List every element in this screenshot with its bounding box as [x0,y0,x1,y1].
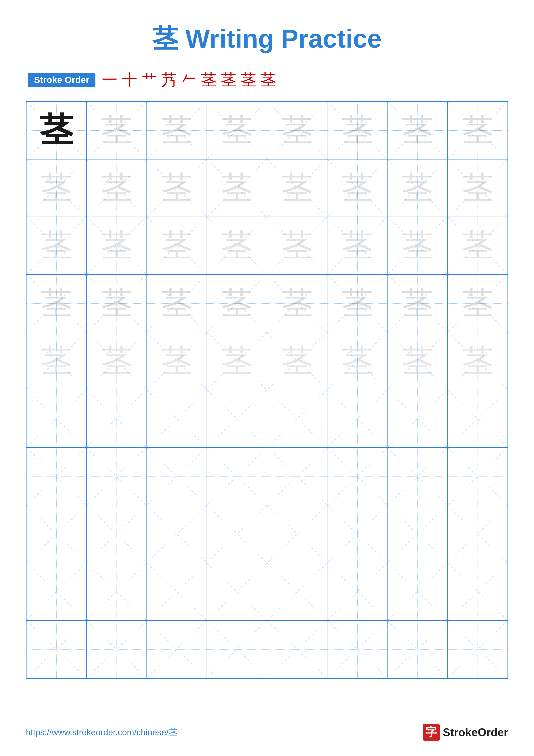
svg-line-98 [87,448,146,505]
grid-cell-r1-c4[interactable]: 茎 [267,159,327,217]
grid-cell-r0-c1[interactable]: 茎 [87,101,146,159]
grid-cell-r5-c2[interactable] [147,390,207,447]
svg-line-157 [388,621,447,678]
grid-cell-r2-c7[interactable]: 茎 [447,217,508,275]
grid-cell-r1-c7[interactable]: 茎 [447,159,508,217]
grid-cell-r9-c3[interactable] [207,620,267,678]
grid-cell-r4-c4[interactable]: 茎 [267,332,327,390]
grid-cell-r8-c1[interactable] [87,563,146,621]
grid-cell-r1-c5[interactable]: 茎 [327,159,387,217]
grid-cell-r3-c1[interactable]: 茎 [87,275,146,332]
grid-cell-r0-c4[interactable]: 茎 [267,101,327,159]
grid-cell-r8-c0[interactable] [26,563,87,621]
practice-char: 茎 [462,109,493,151]
grid-cell-r4-c1[interactable]: 茎 [87,332,146,390]
grid-cell-r9-c7[interactable] [447,620,508,678]
grid-cell-r4-c2[interactable]: 茎 [147,332,207,390]
grid-cell-r0-c2[interactable]: 茎 [147,101,207,159]
svg-line-145 [27,621,86,678]
grid-cell-r7-c5[interactable] [327,505,387,563]
grid-cell-r8-c5[interactable] [327,563,387,621]
grid-cell-r8-c7[interactable] [447,563,508,621]
grid-cell-r4-c5[interactable]: 茎 [327,332,387,390]
grid-cell-r9-c2[interactable] [147,620,207,678]
grid-cell-r5-c6[interactable] [387,390,447,447]
grid-cell-r7-c3[interactable] [207,505,267,563]
practice-char: 茎 [221,109,252,151]
svg-line-112 [27,505,86,563]
grid-cell-r5-c1[interactable] [87,390,146,447]
grid-cell-r9-c5[interactable] [327,620,387,678]
grid-cell-r6-c4[interactable] [267,447,327,505]
grid-cell-r9-c4[interactable] [267,620,327,678]
grid-cell-r1-c6[interactable]: 茎 [387,159,447,217]
grid-cell-r0-c0[interactable]: 茎 [26,101,87,159]
grid-cell-r6-c6[interactable] [387,447,447,505]
grid-cell-r0-c7[interactable]: 茎 [447,101,508,159]
title-section: 茎 Writing Practice [26,21,508,57]
grid-cell-r5-c0[interactable] [26,390,87,447]
grid-cell-r2-c2[interactable]: 茎 [147,217,207,275]
grid-cell-r0-c6[interactable]: 茎 [387,101,447,159]
grid-cell-r0-c3[interactable]: 茎 [207,101,267,159]
grid-cell-r1-c3[interactable]: 茎 [207,159,267,217]
grid-cell-r4-c0[interactable]: 茎 [26,332,87,390]
svg-line-111 [448,448,507,505]
grid-cell-r3-c7[interactable]: 茎 [447,275,508,332]
grid-cell-r7-c2[interactable] [147,505,207,563]
grid-cell-r9-c1[interactable] [87,620,146,678]
grid-cell-r1-c0[interactable]: 茎 [26,159,87,217]
grid-cell-r6-c0[interactable] [26,447,87,505]
grid-cell-r4-c3[interactable]: 茎 [207,332,267,390]
grid-cell-r5-c3[interactable] [207,390,267,447]
grid-cell-r8-c2[interactable] [147,563,207,621]
grid-cell-r9-c0[interactable] [26,620,87,678]
grid-cell-r6-c3[interactable] [207,447,267,505]
grid-cell-r2-c3[interactable]: 茎 [207,217,267,275]
grid-cell-r8-c3[interactable] [207,563,267,621]
grid-cell-r6-c7[interactable] [447,447,508,505]
grid-cell-r8-c6[interactable] [387,563,447,621]
grid-cell-r4-c6[interactable]: 茎 [387,332,447,390]
svg-line-130 [87,563,146,620]
svg-line-101 [147,448,207,505]
grid-cell-r6-c2[interactable] [147,447,207,505]
grid-cell-r3-c2[interactable]: 茎 [147,275,207,332]
svg-line-104 [267,448,327,505]
grid-cell-r3-c6[interactable]: 茎 [387,275,447,332]
practice-char: 茎 [161,109,192,151]
grid-cell-r5-c7[interactable] [447,390,508,447]
grid-cell-r7-c4[interactable] [267,505,327,563]
grid-cell-r7-c0[interactable] [26,505,87,563]
practice-char: 茎 [161,167,192,209]
grid-cell-r6-c5[interactable] [327,447,387,505]
grid-cell-r0-c5[interactable]: 茎 [327,101,387,159]
grid-cell-r5-c4[interactable] [267,390,327,447]
grid-cell-r3-c5[interactable]: 茎 [327,275,387,332]
svg-line-118 [207,505,267,563]
stroke-order-badge: Stroke Order [28,73,95,87]
svg-line-96 [27,448,86,505]
grid-cell-r7-c1[interactable] [87,505,146,563]
practice-char: 茎 [402,167,433,209]
grid-cell-r5-c5[interactable] [327,390,387,447]
grid-cell-r4-c7[interactable]: 茎 [447,332,508,390]
grid-cell-r2-c0[interactable]: 茎 [26,217,87,275]
stroke-char-5: 𠂉 [181,71,197,89]
grid-cell-r7-c6[interactable] [387,505,447,563]
svg-line-132 [147,563,207,620]
grid-cell-r1-c1[interactable]: 茎 [87,159,146,217]
grid-cell-r8-c4[interactable] [267,563,327,621]
grid-cell-r3-c0[interactable]: 茎 [26,275,87,332]
grid-cell-r2-c6[interactable]: 茎 [387,217,447,275]
grid-cell-r9-c6[interactable] [387,620,447,678]
grid-cell-r2-c5[interactable]: 茎 [327,217,387,275]
grid-cell-r2-c4[interactable]: 茎 [267,217,327,275]
grid-cell-r2-c1[interactable]: 茎 [87,217,146,275]
grid-cell-r7-c7[interactable] [447,505,508,563]
grid-cell-r3-c3[interactable]: 茎 [207,275,267,332]
grid-cell-r6-c1[interactable] [87,447,146,505]
grid-cell-r3-c4[interactable]: 茎 [267,275,327,332]
grid-cell-r1-c2[interactable]: 茎 [147,159,207,217]
svg-line-137 [267,563,327,620]
